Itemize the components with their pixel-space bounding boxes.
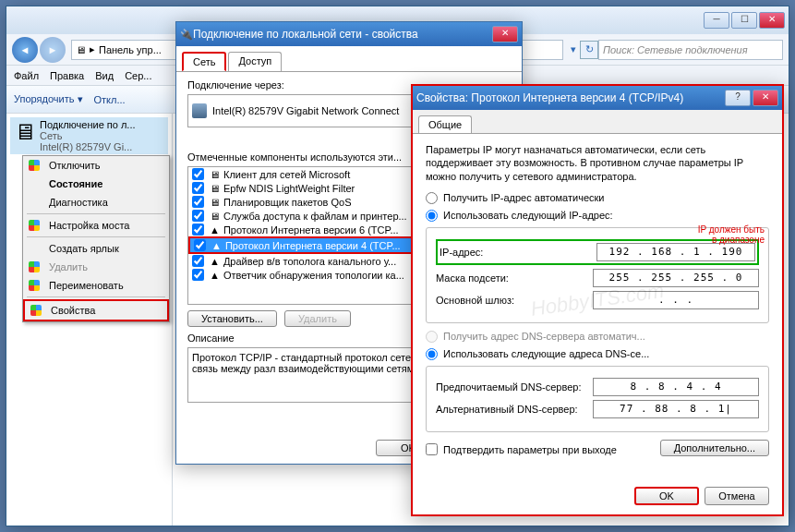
manual-ip-radio[interactable] — [426, 210, 438, 222]
component-checkbox[interactable] — [192, 182, 204, 194]
list-item[interactable]: Драйвер в/в тополога канального у... — [223, 256, 396, 267]
mask-input[interactable]: 255 . 255 . 255 . 0 — [593, 269, 759, 287]
connection-name: Подключение по л... — [40, 119, 136, 130]
gateway-input[interactable]: . . . — [593, 291, 759, 309]
component-checkbox[interactable] — [194, 239, 206, 251]
close-button[interactable]: ✕ — [753, 90, 778, 106]
organize-button[interactable]: Упорядочить ▾ — [14, 93, 83, 105]
menu-file[interactable]: Файл — [14, 70, 39, 81]
nic-name: Intel(R) 82579V Gigabit Network Connect — [212, 105, 399, 116]
component-checkbox[interactable] — [192, 224, 204, 236]
list-item[interactable]: Планировщик пакетов QoS — [223, 197, 352, 208]
shield-icon — [29, 220, 40, 231]
component-checkbox[interactable] — [192, 196, 204, 208]
list-item[interactable]: Клиент для сетей Microsoft — [223, 169, 350, 180]
component-checkbox[interactable] — [192, 168, 204, 180]
dns1-label: Предпочитаемый DNS-сервер: — [436, 381, 593, 393]
info-text: Параметры IP могут назначаться автоматич… — [426, 143, 769, 183]
shield-icon — [29, 261, 40, 272]
refresh-button[interactable]: ↻ — [580, 41, 598, 59]
menu-view[interactable]: Вид — [95, 70, 114, 81]
nic-icon — [192, 103, 207, 118]
auto-ip-label: Получить IP-адрес автоматически — [443, 192, 604, 203]
component-checkbox[interactable] — [192, 269, 204, 281]
ctx-bridge[interactable]: Настройка моста — [23, 216, 169, 235]
ctx-shortcut[interactable]: Создать ярлык — [23, 239, 169, 258]
tab-network[interactable]: Сеть — [182, 52, 226, 71]
auto-dns-label: Получить адрес DNS-сервера автоматич... — [443, 331, 645, 342]
dns1-input[interactable]: 8 . 8 . 4 . 4 — [593, 378, 759, 396]
props-titlebar: 🔌 Подключение по локальной сети - свойст… — [176, 22, 522, 46]
list-item[interactable]: Протокол Интернета версии 6 (TCP... — [223, 224, 399, 236]
context-menu: Отключить Состояние Диагностика Настройк… — [22, 155, 170, 322]
advanced-button[interactable]: Дополнительно... — [660, 440, 769, 456]
mask-label: Маска подсети: — [436, 272, 593, 284]
dns-group: Предпочитаемый DNS-сервер: 8 . 8 . 4 . 4… — [426, 366, 769, 432]
ipv4-titlebar: Свойства: Протокол Интернета версии 4 (T… — [413, 86, 782, 110]
list-item[interactable]: Служба доступа к файлам и принтер... — [223, 211, 407, 222]
dns2-input[interactable]: 77 . 88 . 8 . 1| — [593, 400, 759, 418]
list-item-selected[interactable]: Протокол Интернета версии 4 (TCP... — [225, 240, 401, 251]
tab-general[interactable]: Общие — [418, 115, 472, 133]
close-button[interactable]: ✕ — [492, 26, 518, 42]
back-button[interactable]: ◄ — [12, 37, 38, 63]
props-title: Подключение по локальной сети - свойства — [193, 28, 492, 41]
ip-group: IP должен быть в диапазоне IP-адрес: 192… — [426, 227, 769, 323]
search-input[interactable]: Поиск: Сетевые подключения — [598, 40, 783, 60]
ctx-delete[interactable]: Удалить — [23, 258, 169, 276]
gateway-label: Основной шлюз: — [436, 295, 593, 306]
menu-edit[interactable]: Правка — [50, 70, 84, 81]
component-checkbox[interactable] — [192, 255, 204, 267]
disable-device-button[interactable]: Откл... — [94, 94, 126, 105]
shield-icon — [29, 160, 40, 171]
ctx-diagnostics[interactable]: Диагностика — [23, 193, 169, 212]
close-button[interactable]: ✕ — [759, 12, 785, 29]
ctx-rename[interactable]: Переименовать — [23, 276, 169, 295]
confirm-checkbox[interactable] — [426, 443, 438, 455]
breadcrumb[interactable]: Панель упр... — [99, 44, 162, 55]
ipv4-properties-window: Свойства: Протокол Интернета версии 4 (T… — [411, 84, 784, 516]
ipv4-title: Свойства: Протокол Интернета версии 4 (T… — [416, 91, 725, 104]
menu-service[interactable]: Сер... — [125, 70, 151, 81]
connection-item[interactable]: 🖥 Подключение по л... Сеть Intel(R) 8257… — [10, 117, 168, 154]
ctx-properties[interactable]: Свойства — [23, 299, 169, 321]
list-item[interactable]: Ответчик обнаружения топологии ка... — [223, 270, 404, 281]
maximize-button[interactable]: ☐ — [731, 12, 757, 29]
auto-ip-radio[interactable] — [426, 192, 438, 204]
component-checkbox[interactable] — [192, 210, 204, 222]
help-button[interactable]: ? — [725, 90, 751, 106]
confirm-label: Подтвердить параметры при выходе — [443, 444, 617, 455]
forward-button[interactable]: ► — [40, 37, 66, 63]
network-icon: 🔌 — [180, 29, 193, 41]
manual-dns-label: Использовать следующие адреса DNS-се... — [443, 348, 649, 359]
manual-ip-label: Использовать следующий IP-адрес: — [443, 210, 613, 221]
ctx-disable[interactable]: Отключить — [23, 156, 169, 175]
ctx-status[interactable]: Состояние — [23, 175, 169, 193]
auto-dns-radio — [426, 331, 438, 343]
list-item[interactable]: Epfw NDIS LightWeight Filter — [223, 183, 355, 194]
nic-icon: 🖥 — [76, 44, 86, 55]
cancel-button[interactable]: Отмена — [705, 487, 769, 505]
connection-network: Сеть — [40, 130, 136, 141]
minimize-button[interactable]: ─ — [704, 12, 729, 29]
ip-range-note: IP должен быть в диапазоне — [698, 224, 765, 245]
tab-access[interactable]: Доступ — [228, 52, 282, 71]
shield-icon — [29, 280, 40, 291]
ip-input[interactable]: 192 . 168 . 1 . 190 — [596, 243, 755, 261]
install-button[interactable]: Установить... — [187, 310, 277, 327]
dns2-label: Альтернативный DNS-сервер: — [436, 404, 593, 415]
manual-dns-radio[interactable] — [426, 348, 438, 360]
remove-button[interactable]: Удалить — [284, 310, 351, 327]
connection-device: Intel(R) 82579V Gi... — [40, 141, 136, 152]
ip-label: IP-адрес: — [440, 247, 596, 258]
shield-icon — [30, 305, 42, 316]
ok-button[interactable]: OK — [634, 487, 699, 505]
